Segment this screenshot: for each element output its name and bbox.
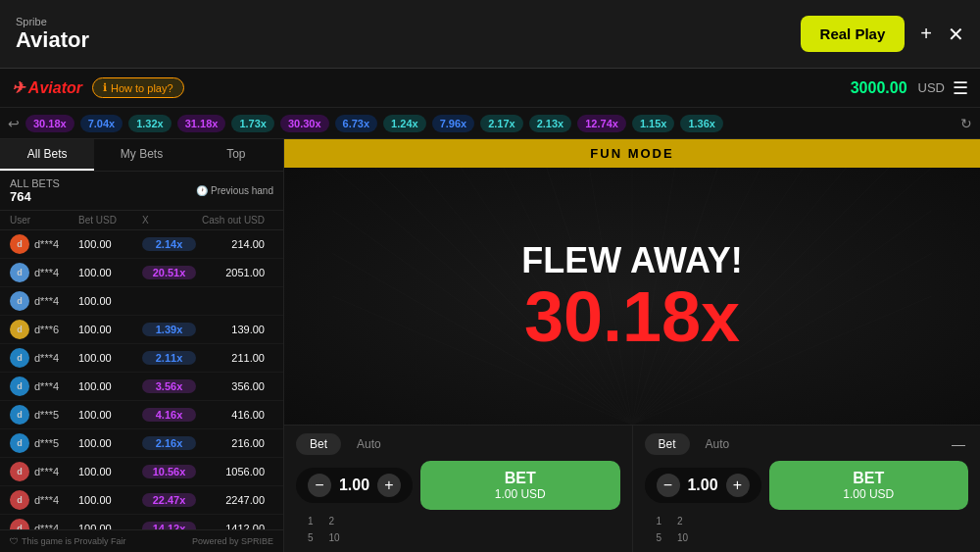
- tab-top[interactable]: Top: [189, 139, 283, 171]
- bets-columns: User Bet USD X Cash out USD: [0, 211, 283, 230]
- multiplier-bar: ↩ 30.18x 7.04x 1.32x 31.18x 1.73x 30.30x…: [0, 108, 980, 139]
- panel-1-increase-button[interactable]: +: [377, 474, 401, 497]
- history-back-icon[interactable]: ↩: [8, 116, 20, 131]
- all-bets-label: ALL BETS: [10, 177, 60, 189]
- panel-2-increase-button[interactable]: +: [726, 474, 750, 497]
- panel-1-bet-button[interactable]: BET 1.00 USD: [420, 461, 620, 510]
- bet-amount: 100.00: [78, 437, 142, 449]
- panel-2-tab-auto[interactable]: Auto: [692, 433, 744, 455]
- panel-1-quick-amounts-2: 5 10: [296, 532, 620, 543]
- panel-2-minimize-button[interactable]: —: [949, 434, 968, 454]
- cashout-value: 139.00: [196, 324, 265, 335]
- menu-icon[interactable]: ☰: [953, 77, 968, 99]
- username: d***4: [34, 295, 59, 307]
- col-bet: Bet USD: [78, 215, 142, 226]
- brand-label: Spribe: [16, 16, 89, 27]
- username: d***5: [34, 437, 59, 449]
- clock-icon: 🕐: [196, 185, 208, 196]
- cashout-value: 356.00: [196, 380, 265, 392]
- mult-badge[interactable]: 2.17x: [480, 115, 523, 132]
- cashout-mult: 22.47x: [142, 493, 196, 507]
- mult-badge[interactable]: 30.30x: [280, 115, 329, 132]
- quick-amt-10[interactable]: 10: [329, 532, 340, 543]
- provably-fair-label: This game is Provably Fair: [22, 536, 126, 546]
- panel-2-bet-button[interactable]: BET 1.00 USD: [769, 461, 969, 510]
- table-row: dd***5 100.00 2.16x 216.00: [0, 429, 283, 458]
- mult-badge[interactable]: 12.74x: [577, 115, 626, 132]
- tab-all-bets[interactable]: All Bets: [0, 139, 94, 171]
- bet-amount: 100.00: [78, 324, 142, 335]
- panel-1-bet-sub: 1.00 USD: [495, 487, 546, 501]
- quick-amt-1b[interactable]: 1: [657, 516, 662, 527]
- subheader: ✈ Aviator ℹ How to play? 3000.00 USD ☰: [0, 69, 980, 108]
- bets-header: ALL BETS 764 🕐 Previous hand: [0, 172, 283, 211]
- username: d***4: [34, 466, 59, 477]
- bets-list: dd***4 100.00 2.14x 214.00 dd***4 100.00…: [0, 230, 283, 529]
- mult-badge[interactable]: 1.73x: [231, 115, 274, 132]
- aviator-logo: ✈ Aviator: [12, 78, 82, 97]
- panel-2-bet-label: BET: [853, 469, 884, 487]
- left-panel: All Bets My Bets Top ALL BETS 764 🕐 Prev…: [0, 139, 284, 552]
- table-row: dd***4 100.00 22.47x 2247.00: [0, 486, 283, 515]
- col-user: User: [10, 215, 78, 226]
- cashout-mult: 2.16x: [142, 436, 196, 450]
- game-canvas: FLEW AWAY! 30.18x: [284, 168, 980, 425]
- panel-1-tabs: Bet Auto: [296, 433, 620, 455]
- quick-amt-2[interactable]: 2: [329, 516, 335, 527]
- quick-amt-5b[interactable]: 5: [657, 532, 662, 543]
- mult-badge[interactable]: 1.24x: [383, 115, 426, 132]
- mult-badge[interactable]: 2.13x: [529, 115, 572, 132]
- panel-1-tab-bet[interactable]: Bet: [296, 433, 341, 455]
- col-x: X: [142, 215, 196, 226]
- cashout-value: 214.00: [196, 238, 265, 250]
- cashout-value: 1056.00: [196, 466, 265, 477]
- bet-amount: 100.00: [78, 466, 142, 477]
- username: d***4: [34, 238, 59, 250]
- mult-badge[interactable]: 1.36x: [680, 115, 723, 132]
- mult-badge[interactable]: 1.32x: [128, 115, 172, 132]
- mult-badge[interactable]: 30.18x: [25, 115, 74, 132]
- cashout-mult: 4.16x: [142, 408, 196, 422]
- footer-bar: 🛡 This game is Provably Fair Powered by …: [0, 529, 283, 552]
- tab-my-bets[interactable]: My Bets: [94, 139, 188, 171]
- previous-hand-button[interactable]: 🕐 Previous hand: [196, 185, 273, 196]
- panel-2-decrease-button[interactable]: −: [657, 474, 680, 497]
- quick-amt-10b[interactable]: 10: [677, 532, 688, 543]
- table-row: dd***5 100.00 4.16x 416.00: [0, 401, 283, 429]
- add-button[interactable]: +: [920, 23, 932, 45]
- cashout-mult: 1.39x: [142, 323, 196, 336]
- mult-badge[interactable]: 7.96x: [432, 115, 475, 132]
- quick-amt-1[interactable]: 1: [308, 516, 314, 527]
- panel-1-decrease-button[interactable]: −: [308, 474, 331, 497]
- panel-1-amount-control: − 1.00 +: [296, 468, 413, 503]
- mult-badge[interactable]: 7.04x: [80, 115, 123, 132]
- bet-amount: 100.00: [78, 409, 142, 421]
- panel-2-amount: 1.00: [686, 477, 720, 494]
- panel-2-quick-amounts-2: 5 10: [645, 532, 969, 543]
- panel-1-tab-auto[interactable]: Auto: [343, 433, 395, 455]
- subheader-left: ✈ Aviator ℹ How to play?: [12, 77, 184, 98]
- game-multiplier: 30.18x: [524, 281, 740, 352]
- how-to-play-button[interactable]: ℹ How to play?: [92, 77, 184, 98]
- main-layout: All Bets My Bets Top ALL BETS 764 🕐 Prev…: [0, 139, 980, 552]
- mult-badge[interactable]: 6.73x: [335, 115, 378, 132]
- quick-amt-5[interactable]: 5: [308, 532, 314, 543]
- cashout-mult: 2.14x: [142, 237, 196, 251]
- mult-badge[interactable]: 1.15x: [632, 115, 675, 132]
- header: Spribe Aviator Real Play + ✕: [0, 0, 980, 69]
- header-left: Spribe Aviator: [16, 16, 89, 53]
- username: d***4: [34, 267, 59, 278]
- info-icon: ℹ: [103, 81, 107, 94]
- scroll-right-icon[interactable]: ↻: [960, 116, 972, 131]
- header-right: Real Play + ✕: [801, 16, 964, 52]
- panel-2-tab-bet[interactable]: Bet: [645, 433, 690, 455]
- game-title: Aviator: [16, 27, 89, 53]
- cashout-mult: 14.12x: [142, 522, 196, 529]
- cashout-mult: 2.11x: [142, 351, 196, 365]
- mult-badge[interactable]: 31.18x: [177, 115, 226, 132]
- real-play-button[interactable]: Real Play: [801, 16, 906, 52]
- flew-away-text: FLEW AWAY!: [521, 240, 742, 281]
- bet-panel-2: Bet Auto — − 1.00 + BET 1.00 USD: [633, 426, 981, 552]
- close-button[interactable]: ✕: [948, 23, 964, 46]
- quick-amt-2b[interactable]: 2: [677, 516, 683, 527]
